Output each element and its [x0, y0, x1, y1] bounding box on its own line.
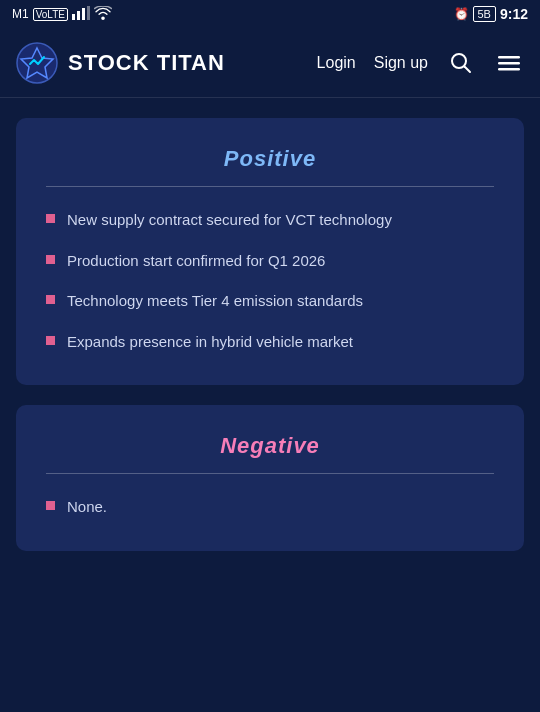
- list-item: Technology meets Tier 4 emission standar…: [46, 290, 494, 313]
- svg-rect-2: [82, 8, 85, 20]
- battery-icon: 5B: [473, 6, 496, 22]
- login-link[interactable]: Login: [317, 54, 356, 72]
- negative-title: Negative: [46, 433, 494, 459]
- signup-link[interactable]: Sign up: [374, 54, 428, 72]
- bullet-icon: [46, 255, 55, 264]
- positive-list: New supply contract secured for VCT tech…: [46, 209, 494, 353]
- negative-card: Negative None.: [16, 405, 524, 551]
- bullet-text: Production start confirmed for Q1 2026: [67, 250, 494, 273]
- svg-rect-1: [77, 11, 80, 20]
- wifi-icon: [94, 6, 112, 23]
- list-item: New supply contract secured for VCT tech…: [46, 209, 494, 232]
- bullet-icon: [46, 336, 55, 345]
- bullet-icon: [46, 501, 55, 510]
- svg-rect-3: [87, 6, 90, 20]
- signal-icon: [72, 6, 90, 23]
- alarm-icon: ⏰: [454, 7, 469, 21]
- svg-rect-0: [72, 14, 75, 20]
- svg-rect-9: [498, 62, 520, 65]
- time-display: 9:12: [500, 6, 528, 22]
- brand-logo-icon: [16, 42, 58, 84]
- bullet-text: Technology meets Tier 4 emission standar…: [67, 290, 494, 313]
- bullet-text: Expands presence in hybrid vehicle marke…: [67, 331, 494, 354]
- search-button[interactable]: [446, 48, 476, 78]
- volte-badge: VoLTE: [33, 8, 68, 21]
- svg-rect-10: [498, 68, 520, 71]
- negative-list: None.: [46, 496, 494, 519]
- list-item: Production start confirmed for Q1 2026: [46, 250, 494, 273]
- svg-rect-8: [498, 56, 520, 59]
- svg-line-7: [465, 66, 471, 72]
- main-content: Positive New supply contract secured for…: [0, 98, 540, 571]
- navbar: STOCK TITAN Login Sign up: [0, 28, 540, 98]
- search-icon: [450, 52, 472, 74]
- hamburger-icon: [498, 52, 520, 74]
- nav-links: Login Sign up: [317, 48, 524, 78]
- bullet-text: None.: [67, 496, 494, 519]
- list-item: None.: [46, 496, 494, 519]
- menu-button[interactable]: [494, 48, 524, 78]
- carrier-label: M1: [12, 7, 29, 21]
- bullet-icon: [46, 214, 55, 223]
- bullet-text: New supply contract secured for VCT tech…: [67, 209, 494, 232]
- status-right: ⏰ 5B 9:12: [454, 6, 529, 22]
- negative-divider: [46, 473, 494, 474]
- positive-title: Positive: [46, 146, 494, 172]
- status-left: M1 VoLTE: [12, 6, 112, 23]
- list-item: Expands presence in hybrid vehicle marke…: [46, 331, 494, 354]
- brand-name: STOCK TITAN: [68, 50, 225, 76]
- brand: STOCK TITAN: [16, 42, 225, 84]
- status-bar: M1 VoLTE ⏰ 5B 9:12: [0, 0, 540, 28]
- positive-divider: [46, 186, 494, 187]
- positive-card: Positive New supply contract secured for…: [16, 118, 524, 385]
- bullet-icon: [46, 295, 55, 304]
